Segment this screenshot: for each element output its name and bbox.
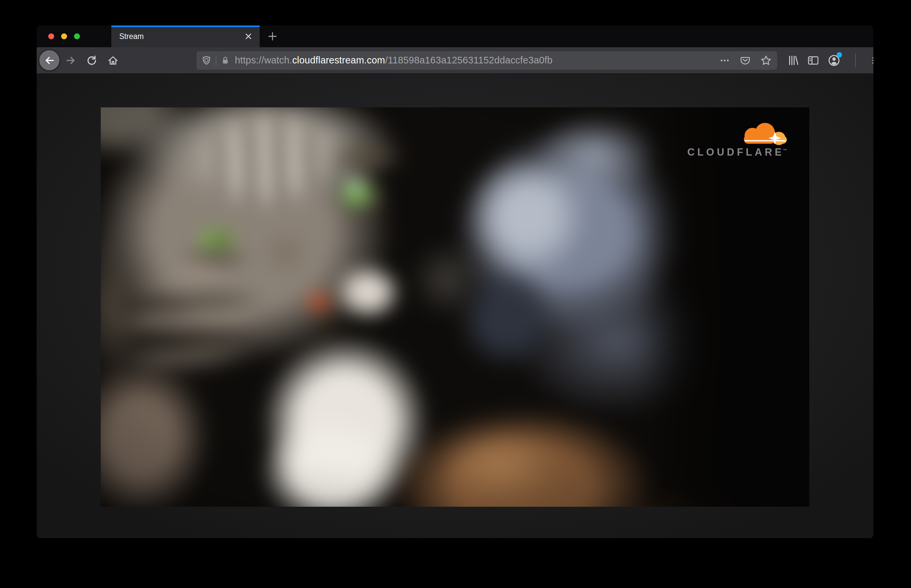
library-button[interactable] [787,54,799,67]
home-icon [107,55,119,66]
navigation-toolbar: https://watch.cloudflarestream.com/11859… [37,47,873,73]
lock-icon[interactable] [220,55,230,66]
page-actions-ellipsis-icon[interactable] [719,55,730,66]
url-domain: cloudflarestream.com [292,55,385,65]
desktop: { "theme": { "accent": "#0a84ff", "notif… [0,0,911,588]
poster-vignette [101,107,809,507]
bookmark-star-icon[interactable] [760,55,772,66]
url-path: /118598a163a125631152ddaccfe3a0fb [385,55,552,65]
home-button[interactable] [107,55,119,66]
window-close-button[interactable] [48,33,54,39]
url-text[interactable]: https://watch.cloudflarestream.com/11859… [235,55,712,66]
reload-icon [85,55,97,66]
url-bar[interactable]: https://watch.cloudflarestream.com/11859… [197,51,777,70]
back-arrow-icon [44,55,55,66]
new-tab-button[interactable] [265,29,280,44]
sidebar-button[interactable] [807,54,819,67]
menu-button[interactable] [871,54,873,67]
urlbar-actions [719,55,772,66]
traffic-lights [37,26,80,47]
account-button[interactable] [827,54,841,67]
forward-arrow-icon [65,55,77,66]
cloudflare-wordmark: CLOUDFLARE™ [685,146,790,158]
tab-bar: Stream [37,26,873,47]
urlbar-divider [216,55,216,66]
cloudflare-cloud-icon [735,122,788,146]
page-content: CLOUDFLARE™ [37,73,873,538]
tab-title: Stream [119,32,144,41]
account-notification-dot [837,52,842,58]
back-button[interactable] [39,50,60,70]
library-icon [787,54,799,67]
browser-window: Stream [37,26,873,538]
toolbar-divider [855,53,856,67]
tab-close-button[interactable] [242,31,254,42]
close-icon [244,32,253,40]
video-poster-blurred-cat [101,107,809,507]
cloudflare-logo: CLOUDFLARE™ [685,122,790,158]
url-prefix: https://watch. [235,55,292,65]
plus-icon [267,31,278,42]
window-minimize-button[interactable] [61,33,67,39]
pocket-icon[interactable] [740,55,751,66]
hamburger-menu-icon [871,54,873,67]
video-player[interactable]: CLOUDFLARE™ [101,107,809,507]
tracking-protection-shield-icon[interactable] [201,55,212,66]
toolbar-right-icons [787,53,873,67]
forward-button[interactable] [65,55,77,66]
trademark-symbol: ™ [783,148,787,153]
sidebar-icon [807,54,819,67]
tab-stream[interactable]: Stream [111,26,260,47]
window-zoom-button[interactable] [74,33,80,39]
reload-button[interactable] [85,55,97,66]
